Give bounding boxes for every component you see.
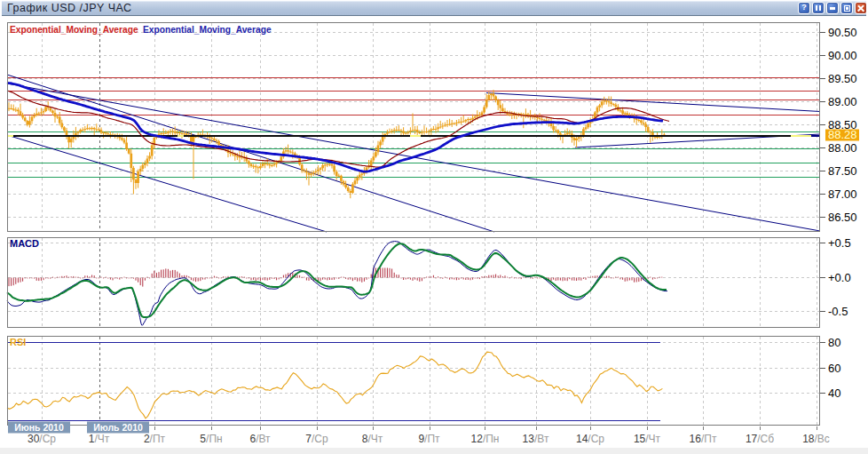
svg-text:1/Чт: 1/Чт [89,433,110,445]
svg-text:80: 80 [828,336,840,349]
svg-text:RSI: RSI [10,337,26,347]
svg-text:MACD: MACD [10,238,39,249]
svg-text:13/Вт: 13/Вт [523,433,549,445]
svg-text:Июнь 2010: Июнь 2010 [14,422,64,433]
svg-text:88.00: 88.00 [828,141,857,155]
svg-text:14/Ср: 14/Ср [576,433,604,445]
svg-text:60: 60 [828,362,840,375]
svg-text:2/Пт: 2/Пт [144,433,166,445]
svg-text:7/Ср: 7/Ср [305,433,328,445]
svg-text:+0.0: +0.0 [828,271,851,284]
svg-text:Exponential_Moving_Average: Exponential_Moving_Average [143,25,272,35]
svg-text:40: 40 [828,386,840,400]
svg-text:+0.5: +0.5 [828,236,851,250]
svg-text:87.00: 87.00 [828,187,857,201]
svg-text:87.50: 87.50 [828,164,857,178]
svg-text:86.50: 86.50 [828,211,857,224]
svg-text:16/Пт: 16/Пт [690,433,717,445]
svg-text:12/Пн: 12/Пн [471,433,500,445]
svg-text:88.28: 88.28 [828,128,857,141]
svg-text:89.50: 89.50 [828,72,857,85]
svg-text:15/Чт: 15/Чт [634,433,661,445]
svg-text:17/Сб: 17/Сб [746,433,774,445]
svg-text:18/Вс: 18/Вс [802,433,830,445]
svg-text:6/Вт: 6/Вт [249,433,271,445]
svg-text:89.00: 89.00 [828,95,857,108]
svg-text:Июль 2010: Июль 2010 [93,422,143,433]
svg-text:8/Чт: 8/Чт [362,433,383,445]
svg-text:90.50: 90.50 [828,26,857,39]
svg-text:-0.5: -0.5 [828,305,848,318]
svg-text:Exponential_Moving_Average: Exponential_Moving_Average [10,25,138,35]
svg-text:30/Ср: 30/Ср [28,433,56,445]
svg-text:9/Пт: 9/Пт [418,433,440,445]
svg-text:5/Пн: 5/Пн [200,433,222,445]
svg-text:90.00: 90.00 [828,49,857,62]
